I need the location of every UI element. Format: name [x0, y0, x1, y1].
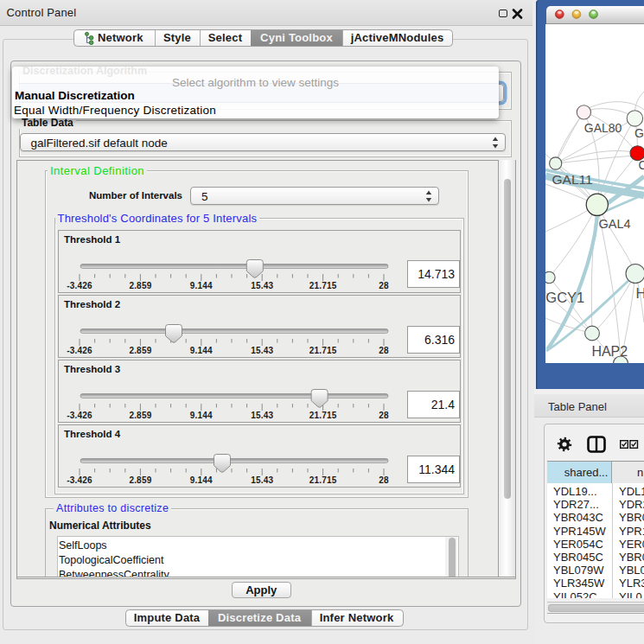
svg-text:GAL11: GAL11 — [552, 172, 593, 187]
svg-text:GCY1: GCY1 — [545, 290, 584, 305]
svg-text:21.715: 21.715 — [309, 411, 337, 420]
svg-text:2.859: 2.859 — [129, 346, 151, 355]
svg-text:-3.426: -3.426 — [67, 281, 92, 290]
svg-text:H: H — [635, 284, 644, 300]
svg-text:15.43: 15.43 — [251, 346, 273, 355]
svg-text:-3.426: -3.426 — [67, 475, 92, 485]
svg-text:28: 28 — [379, 411, 389, 420]
svg-text:2.859: 2.859 — [129, 411, 151, 420]
svg-text:9.144: 9.144 — [190, 411, 213, 420]
svg-text:GAL80: GAL80 — [584, 120, 622, 134]
svg-text:15.43: 15.43 — [251, 411, 273, 420]
svg-text:28: 28 — [379, 346, 389, 355]
svg-text:9.144: 9.144 — [190, 281, 213, 290]
svg-text:28: 28 — [379, 475, 389, 485]
svg-text:-3.426: -3.426 — [67, 411, 92, 420]
svg-text:-3.426: -3.426 — [67, 346, 92, 355]
svg-text:GAL4: GAL4 — [599, 217, 631, 231]
svg-text:15.43: 15.43 — [251, 281, 273, 290]
svg-text:HAP2: HAP2 — [591, 343, 628, 358]
svg-text:9.144: 9.144 — [190, 475, 213, 485]
svg-text:21.715: 21.715 — [309, 346, 337, 355]
svg-text:9.144: 9.144 — [190, 346, 213, 355]
svg-text:21.715: 21.715 — [309, 475, 337, 485]
svg-text:15.43: 15.43 — [251, 475, 273, 485]
svg-text:G.: G. — [634, 125, 644, 139]
svg-text:28: 28 — [379, 281, 389, 290]
svg-text:2.859: 2.859 — [129, 475, 151, 485]
svg-text:21.715: 21.715 — [309, 281, 337, 290]
svg-text:C: C — [639, 157, 644, 171]
svg-text:2.859: 2.859 — [129, 281, 151, 290]
